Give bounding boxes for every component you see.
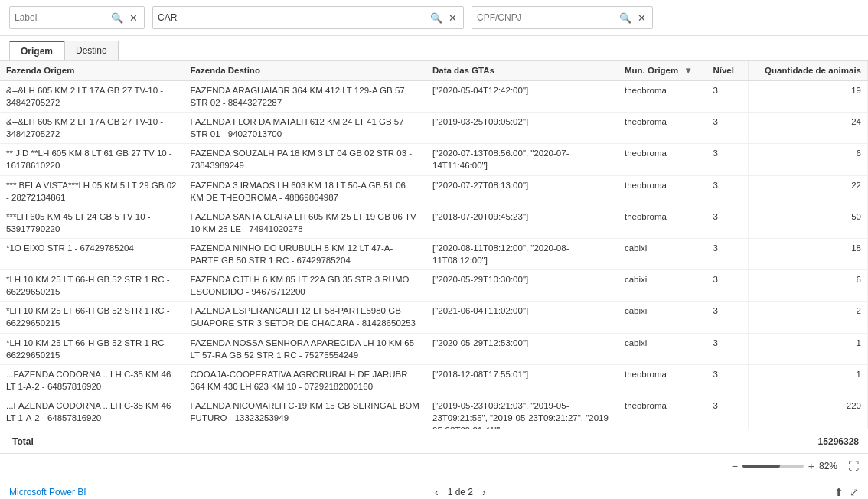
tab-origem[interactable]: Origem (9, 41, 64, 60)
cell-qtd-animais: 6 (749, 270, 868, 302)
cell-qtd-animais: 1 (749, 364, 868, 396)
cell-qtd-animais: 24 (749, 113, 868, 144)
cell-fazenda-destino: FAZENDA ARAGUAIABR 364 KM 412 LT 129-A G… (184, 80, 426, 113)
col-header-fazenda-destino[interactable]: Fazenda Destino (184, 61, 426, 80)
zoom-bar: − + 82% ⛶ (0, 453, 868, 478)
cell-mun-origem: cabixi (618, 238, 706, 269)
cell-qtd-animais: 2 (749, 302, 868, 333)
table-container: Fazenda Origem Fazenda Destino Data das … (0, 61, 868, 429)
car-search-icon[interactable]: 🔍 (429, 13, 444, 23)
table-row: ** J D **LH 605 KM 8 LT 61 GB 27 TV 10 -… (0, 144, 868, 175)
col-resize-handle[interactable] (181, 61, 184, 80)
expand-icon[interactable]: ⤢ (850, 486, 859, 498)
table-row: *LH 10 KM 25 LT 66-H GB 52 STR 1 RC - 66… (0, 270, 868, 302)
cell-data-gtas: ["2018-07-20T09:45:23"] (426, 207, 618, 238)
col-resize-handle[interactable] (745, 61, 748, 80)
tab-destino[interactable]: Destino (64, 41, 119, 60)
table-row: *** BELA VISTA***LH 05 KM 5 LT 29 GB 02 … (0, 175, 868, 207)
cell-qtd-animais: 50 (749, 207, 868, 238)
cell-fazenda-origem: *1O EIXO STR 1 - 67429785204 (0, 238, 184, 269)
label-search-box: 🔍 ✕ (9, 6, 145, 29)
zoom-plus-button[interactable]: + (808, 460, 814, 472)
share-icon[interactable]: ⬆ (834, 486, 844, 498)
col-resize-handle[interactable] (615, 61, 618, 80)
bottom-icons: ⬆ ⤢ (834, 486, 859, 498)
footer-bar: Total 15296328 (0, 429, 868, 453)
cell-mun-origem: theobroma (618, 396, 706, 429)
cell-data-gtas: ["2018-12-08T17:55:01"] (426, 364, 618, 396)
cell-nivel: 3 (706, 302, 749, 333)
prev-page-button[interactable]: ‹ (432, 486, 442, 498)
table-row: *LH 10 KM 25 LT 66-H GB 52 STR 1 RC - 66… (0, 302, 868, 333)
main-table: Fazenda Origem Fazenda Destino Data das … (0, 61, 868, 429)
cpfcnpj-search-icon[interactable]: 🔍 (618, 13, 633, 23)
cell-data-gtas: ["2021-06-04T11:02:00"] (426, 302, 618, 333)
cell-fazenda-origem: *LH 10 KM 25 LT 66-H GB 52 STR 1 RC - 66… (0, 270, 184, 302)
cell-nivel: 3 (706, 207, 749, 238)
table-header-row: Fazenda Origem Fazenda Destino Data das … (0, 61, 868, 80)
cell-data-gtas: ["2020-05-29T12:53:00"] (426, 333, 618, 364)
cpfcnpj-search-box: 🔍 ✕ (472, 6, 653, 29)
cell-mun-origem: cabixi (618, 302, 706, 333)
table-row: &--&LH 605 KM 2 LT 17A GB 27 TV-10 - 348… (0, 113, 868, 144)
cell-nivel: 3 (706, 113, 749, 144)
col-resize-handle[interactable] (423, 61, 426, 80)
cell-fazenda-destino: FAZENDA NICOMARLH C-19 KM 15 GB SERINGAL… (184, 396, 426, 429)
cell-fazenda-origem: ** J D **LH 605 KM 8 LT 61 GB 27 TV 10 -… (0, 144, 184, 175)
cell-mun-origem: cabixi (618, 333, 706, 364)
cell-fazenda-origem: ...FAZENDA CODORNA ...LH C-35 KM 46 LT 1… (0, 364, 184, 396)
cell-nivel: 3 (706, 270, 749, 302)
zoom-percentage: 82% (819, 461, 844, 471)
cell-fazenda-origem: *LH 10 KM 25 LT 66-H GB 52 STR 1 RC - 66… (0, 333, 184, 364)
cell-qtd-animais: 6 (749, 144, 868, 175)
col-resize-handle[interactable] (864, 61, 867, 80)
col-header-data-gtas[interactable]: Data das GTAs (426, 61, 618, 80)
next-page-button[interactable]: › (479, 486, 489, 498)
cell-fazenda-destino: FAZENDA 3 IRMAOS LH 603 KM 18 LT 50-A GB… (184, 175, 426, 207)
cell-nivel: 3 (706, 396, 749, 429)
zoom-slider[interactable] (742, 465, 804, 468)
cell-nivel: 3 (706, 238, 749, 269)
cell-qtd-animais: 19 (749, 80, 868, 113)
cell-data-gtas: ["2019-03-25T09:05:02"] (426, 113, 618, 144)
tab-bar: Origem Destino (0, 36, 868, 61)
col-resize-handle[interactable] (703, 61, 706, 80)
cell-nivel: 3 (706, 364, 749, 396)
cell-mun-origem: theobroma (618, 207, 706, 238)
cell-fazenda-destino: FAZENDA NINHO DO URUBULH 8 KM 12 LT 47-A… (184, 238, 426, 269)
col-header-qtd-animais[interactable]: Quantidade de animais (749, 61, 868, 80)
cell-mun-origem: cabixi (618, 270, 706, 302)
cell-data-gtas: ["2020-05-04T12:42:00"] (426, 80, 618, 113)
cell-fazenda-origem: &--&LH 605 KM 2 LT 17A GB 27 TV-10 - 348… (0, 80, 184, 113)
table-row: *1O EIXO STR 1 - 67429785204 FAZENDA NIN… (0, 238, 868, 269)
car-clear-icon[interactable]: ✕ (447, 13, 458, 23)
cell-fazenda-destino: FAZENDA SANTA CLARA LH 605 KM 25 LT 19 G… (184, 207, 426, 238)
col-header-fazenda-origem[interactable]: Fazenda Origem (0, 61, 184, 80)
table-row: ...FAZENDA CODORNA ...LH C-35 KM 46 LT 1… (0, 396, 868, 429)
top-bar: 🔍 ✕ 🔍 ✕ 🔍 ✕ (0, 0, 868, 36)
cell-fazenda-destino: COOAJA-COOPERATIVA AGRORURALH DE JARUBR … (184, 364, 426, 396)
powerbi-link[interactable]: Microsoft Power BI (9, 487, 86, 497)
cell-qtd-animais: 220 (749, 396, 868, 429)
bottom-bar: Microsoft Power BI ‹ 1 de 2 › ⬆ ⤢ (0, 478, 868, 499)
page-info: 1 de 2 (448, 487, 473, 497)
cpfcnpj-clear-icon[interactable]: ✕ (636, 13, 648, 23)
cell-nivel: 3 (706, 333, 749, 364)
zoom-slider-fill (742, 465, 781, 468)
table-row: ...FAZENDA CODORNA ...LH C-35 KM 46 LT 1… (0, 364, 868, 396)
label-input[interactable] (15, 12, 106, 23)
fullscreen-icon[interactable]: ⛶ (848, 460, 859, 472)
cell-fazenda-origem: *LH 10 KM 25 LT 66-H GB 52 STR 1 RC - 66… (0, 302, 184, 333)
car-input[interactable] (158, 12, 426, 23)
label-search-icon[interactable]: 🔍 (109, 13, 125, 23)
cell-fazenda-destino: FAZENDA CJTLH 6 KM 85 LT 22A GB 35 STR 3… (184, 270, 426, 302)
col-header-nivel[interactable]: Nível (706, 61, 749, 80)
cell-mun-origem: theobroma (618, 364, 706, 396)
zoom-minus-button[interactable]: − (732, 460, 738, 472)
cpfcnpj-input[interactable] (477, 12, 615, 23)
cell-fazenda-destino: FAZENDA ESPERANCALH 12 LT 58-PARTE5980 G… (184, 302, 426, 333)
table-row: &--&LH 605 KM 2 LT 17A GB 27 TV-10 - 348… (0, 80, 868, 113)
label-clear-icon[interactable]: ✕ (128, 13, 139, 23)
cell-fazenda-origem: *** BELA VISTA***LH 05 KM 5 LT 29 GB 02 … (0, 175, 184, 207)
col-header-mun-origem[interactable]: Mun. Origem ▼ (618, 61, 706, 80)
